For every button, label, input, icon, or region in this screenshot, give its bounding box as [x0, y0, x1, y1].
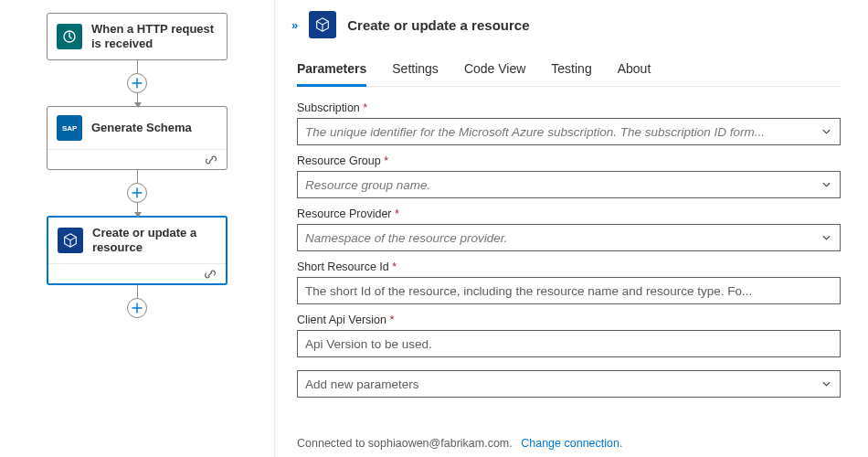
workflow-node-create-or-update[interactable]: Create or update a resource — [47, 216, 228, 285]
field-client-api-version: Client Api Version * Api Version to be u… — [297, 314, 841, 357]
placeholder-text: Api Version to be used. — [305, 337, 432, 351]
tab-testing[interactable]: Testing — [551, 55, 591, 87]
tab-settings[interactable]: Settings — [392, 55, 439, 87]
http-trigger-icon — [57, 24, 82, 49]
connector — [137, 285, 138, 298]
node-header: Create or update a resource — [48, 218, 226, 263]
connector — [137, 93, 138, 106]
field-add-new-parameters: Add new parameters — [297, 370, 841, 398]
arm-cube-icon — [309, 11, 336, 38]
svg-text:SAP: SAP — [62, 124, 78, 133]
add-step-button[interactable] — [127, 183, 147, 203]
connector — [137, 203, 138, 216]
panel-header: » Create or update a resource — [291, 11, 841, 38]
sap-icon: SAP — [57, 115, 82, 141]
field-resource-group: Resource Group * Resource group name. — [297, 154, 841, 198]
parameters-form: Subscription * The unique identifier for… — [291, 101, 841, 431]
workflow-node-generate-schema[interactable]: SAP Generate Schema — [47, 106, 228, 170]
field-label: Short Resource Id * — [297, 260, 841, 273]
workflow-node-trigger[interactable]: When a HTTP request is received — [47, 13, 228, 60]
chevron-down-icon — [821, 379, 831, 389]
tab-code-view[interactable]: Code View — [464, 55, 525, 87]
placeholder-text: Resource group name. — [305, 178, 430, 192]
placeholder-text: The short Id of the resource, including … — [305, 284, 752, 298]
node-title: When a HTTP request is received — [91, 22, 217, 51]
client-api-version-input[interactable]: Api Version to be used. — [297, 330, 841, 357]
resource-provider-dropdown[interactable]: Namespace of the resource provider. — [297, 224, 841, 251]
resource-group-dropdown[interactable]: Resource group name. — [297, 171, 841, 198]
add-step-button[interactable] — [127, 298, 147, 318]
panel-title: Create or update a resource — [347, 17, 529, 33]
action-panel: » Create or update a resource Parameters… — [274, 0, 868, 457]
tab-parameters[interactable]: Parameters — [297, 55, 366, 87]
chevron-down-icon — [821, 127, 831, 137]
connection-footer: Connected to sophiaowen@fabrikam.com. Ch… — [291, 431, 841, 450]
add-new-parameters-dropdown[interactable]: Add new parameters — [297, 370, 841, 398]
node-title: Create or update a resource — [92, 226, 217, 255]
field-subscription: Subscription * The unique identifier for… — [297, 101, 841, 145]
panel-tabs: Parameters Settings Code View Testing Ab… — [291, 55, 841, 87]
short-resource-id-input[interactable]: The short Id of the resource, including … — [297, 277, 841, 304]
field-label: Resource Provider * — [297, 207, 841, 220]
connected-account: sophiaowen@fabrikam.com. — [368, 437, 513, 450]
change-connection-link[interactable]: Change connection. — [521, 437, 622, 450]
field-resource-provider: Resource Provider * Namespace of the res… — [297, 207, 841, 251]
chevron-down-icon — [821, 233, 831, 243]
field-label: Client Api Version * — [297, 314, 841, 326]
field-label: Subscription * — [297, 101, 841, 114]
designer-canvas: When a HTTP request is received SAP Gene… — [0, 0, 274, 457]
tab-about[interactable]: About — [618, 55, 651, 87]
connector — [137, 170, 138, 183]
add-step-button[interactable] — [127, 73, 147, 93]
collapse-panel-button[interactable]: » — [291, 11, 298, 32]
connector — [137, 60, 138, 73]
link-icon — [204, 268, 217, 281]
node-footer — [48, 263, 226, 283]
chevron-down-icon — [821, 180, 831, 190]
node-footer — [48, 149, 227, 169]
placeholder-text: The unique identifier for the Microsoft … — [305, 125, 765, 139]
node-title: Generate Schema — [91, 121, 192, 135]
arm-cube-icon — [58, 228, 83, 253]
node-header: When a HTTP request is received — [48, 14, 227, 59]
field-label: Resource Group * — [297, 154, 841, 167]
subscription-dropdown[interactable]: The unique identifier for the Microsoft … — [297, 118, 841, 145]
connected-to-label: Connected to — [297, 437, 368, 450]
link-icon — [205, 154, 217, 166]
field-short-resource-id: Short Resource Id * The short Id of the … — [297, 260, 841, 304]
node-header: SAP Generate Schema — [48, 107, 227, 149]
placeholder-text: Namespace of the resource provider. — [305, 231, 508, 245]
placeholder-text: Add new parameters — [305, 377, 419, 391]
